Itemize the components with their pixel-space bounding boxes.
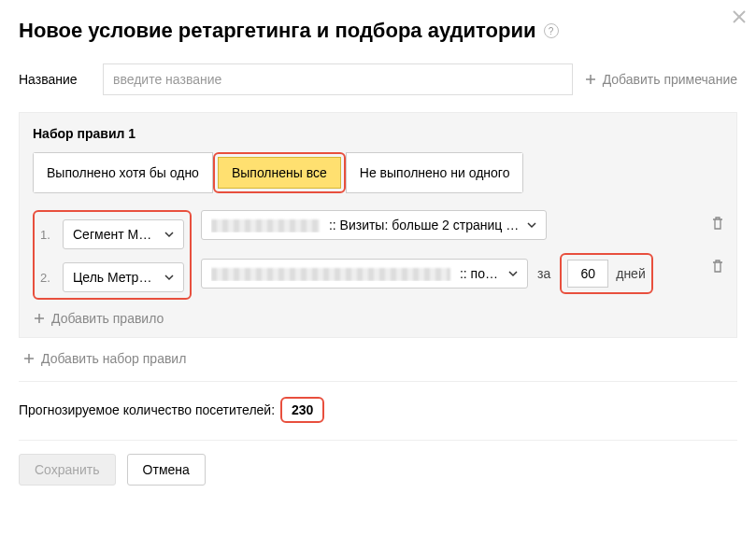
rule-type-select-1[interactable]: Сегмент Ме… [63,219,184,249]
match-option-none[interactable]: Не выполнено ни одного [346,152,524,193]
trash-icon [710,216,725,231]
redacted-text [211,268,450,281]
highlight-match-all: Выполнены все [213,152,346,193]
chevron-down-icon [508,269,518,278]
page-title: Новое условие ретаргетинга и подбора ауд… [19,19,536,43]
close-icon[interactable] [730,7,749,26]
rules-right-col: :: Визиты: больше 2 страниц и б… :: посе… [201,210,723,294]
cancel-button[interactable]: Отмена [127,454,206,486]
rule-type-select-2[interactable]: Цель Метри… [63,262,184,292]
rule-row-1-right: :: Визиты: больше 2 страниц и б… [201,210,723,240]
match-option-at-least-one[interactable]: Выполнено хотя бы одно [33,152,213,193]
rule-type-label: Цель Метри… [73,270,159,285]
rule-number: 2. [40,271,53,285]
rule-type-label: Сегмент Ме… [73,227,159,242]
retargeting-condition-modal: Новое условие ретаргетинга и подбора ауд… [0,0,756,502]
rule-target-select-2[interactable]: :: посетил … [201,259,528,289]
rule-row-2-right: :: посетил … за дней [201,253,723,294]
days-label: дней [616,266,646,281]
ruleset-box: Набор правил 1 Выполнено хотя бы одно Вы… [19,112,737,338]
rule-target-label: :: Визиты: больше 2 страниц и б… [211,218,521,232]
rule-row-2-left: 2. Цель Метри… [40,262,184,292]
period-prefix: за [537,266,550,281]
highlight-days: дней [560,253,653,294]
delete-rule-button-1[interactable] [710,216,725,233]
add-note-label: Добавить примечание [603,72,737,87]
redacted-text [211,219,320,232]
modal-header: Новое условие ретаргетинга и подбора ауд… [19,19,737,43]
rule-row-1-left: 1. Сегмент Ме… [40,219,184,249]
name-label: Название [19,72,92,87]
ruleset-match-segmented: Выполнено хотя бы одно Выполнены все Не … [33,152,523,193]
chevron-down-icon [164,273,174,282]
delete-rule-button-2[interactable] [710,259,725,276]
name-input[interactable] [103,63,573,95]
days-input[interactable] [567,260,608,288]
add-note-button[interactable]: Добавить примечание [584,72,737,87]
highlight-rule-types: 1. Сегмент Ме… 2. Цель Метри… [33,210,192,300]
modal-footer: Сохранить Отмена [19,440,737,502]
plus-icon [22,352,36,365]
plus-icon [33,312,46,325]
forecast-label: Прогнозируемое количество посетителей: [19,402,275,417]
match-option-all[interactable]: Выполнены все [218,157,341,189]
forecast-row: Прогнозируемое количество посетителей: 2… [19,381,737,440]
trash-icon [710,259,725,274]
ruleset-title: Набор правил 1 [33,126,723,141]
rule-target-select-1[interactable]: :: Визиты: больше 2 страниц и б… [201,210,547,240]
save-button[interactable]: Сохранить [19,454,116,486]
add-rule-button[interactable]: Добавить правило [33,307,723,328]
add-ruleset-label: Добавить набор правил [41,351,186,366]
chevron-down-icon [164,230,174,239]
name-row: Название Добавить примечание [19,63,737,95]
rule-target-label: :: посетил … [211,266,503,281]
add-ruleset-button[interactable]: Добавить набор правил [19,351,737,381]
plus-icon [584,73,597,86]
forecast-value: 230 [292,402,313,417]
highlight-forecast: 230 [280,397,324,423]
rules-block: 1. Сегмент Ме… 2. Цель Метри… [33,210,723,307]
chevron-down-icon [527,220,536,230]
add-rule-label: Добавить правило [51,311,164,326]
help-icon[interactable]: ? [544,23,559,38]
rule-number: 1. [40,228,53,242]
